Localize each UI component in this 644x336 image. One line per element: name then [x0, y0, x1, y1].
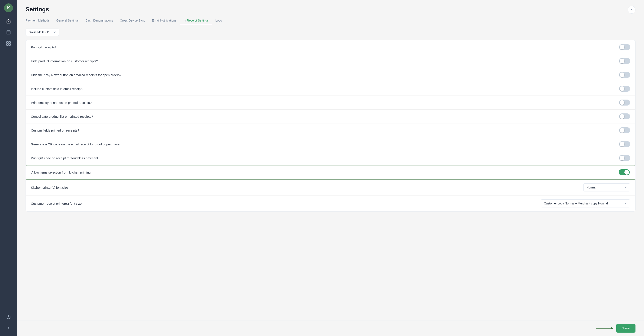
toggle-track-hide-product[interactable] — [619, 58, 630, 64]
tab-email-notifications[interactable]: Email Notifications — [148, 17, 180, 24]
setting-label-qr-receipt: Print QR code on receipt for touchless p… — [31, 156, 98, 160]
tab-cash-denominations[interactable]: Cash Denominations — [82, 17, 116, 24]
setting-row-employee-names: Print employee names on printed receipts… — [26, 96, 635, 110]
setting-label-employee-names: Print employee names on printed receipts… — [31, 101, 92, 105]
toggle-thumb-qr-email — [620, 142, 624, 146]
setting-row-kitchen-items: Allow items selection from kitchen print… — [26, 165, 635, 180]
sidebar-item-power[interactable] — [4, 312, 13, 321]
toggle-thumb-qr-receipt — [620, 156, 624, 160]
tabs-nav: Payment Methods General Settings Cash De… — [26, 17, 636, 24]
user-avatar[interactable]: K — [4, 4, 13, 12]
svg-rect-3 — [6, 44, 8, 46]
star-icon: ☆ — [183, 19, 186, 22]
svg-rect-4 — [9, 44, 10, 46]
setting-row-qr-email: Generate a QR code on the email receipt … — [26, 137, 635, 151]
setting-row-kitchen-font: Kitchen printer(s) font size Small Norma… — [26, 180, 635, 195]
setting-row-receipt-font: Customer receipt printer(s) font size Cu… — [26, 195, 635, 211]
toggle-employee-names[interactable] — [619, 100, 630, 106]
header: Settings Payment Methods General Setting… — [17, 0, 644, 24]
toggle-thumb-employee-names — [620, 100, 624, 105]
toggle-track-custom-fields-printed[interactable] — [619, 127, 630, 133]
receipt-font-select[interactable]: Customer copy Normal + Merchant copy Nor… — [541, 199, 630, 207]
toggle-track-qr-email[interactable] — [619, 141, 630, 147]
setting-label-custom-fields-printed: Custom fields printed on receipts? — [31, 129, 79, 132]
tab-cross-device-sync[interactable]: Cross Device Sync — [116, 17, 148, 24]
setting-label-consolidate: Consolidate product list on printed rece… — [31, 115, 93, 118]
setting-label-hide-paynow: Hide the "Pay Now" button on emailed rec… — [31, 73, 122, 77]
setting-row-consolidate: Consolidate product list on printed rece… — [26, 110, 635, 123]
tab-payment-methods[interactable]: Payment Methods — [26, 17, 53, 24]
setting-label-receipt-font: Customer receipt printer(s) font size — [31, 202, 82, 205]
store-dropdown[interactable]: Swiss Melts - D... — [26, 29, 59, 36]
setting-label-custom-field-email: Include custom field in email receipt? — [31, 87, 83, 91]
toggle-thumb-hide-paynow — [620, 73, 624, 77]
main-content: Settings Payment Methods General Setting… — [17, 0, 644, 336]
sidebar-item-products[interactable] — [4, 39, 13, 48]
toggle-qr-email[interactable] — [619, 141, 630, 147]
setting-row-hide-paynow: Hide the "Pay Now" button on emailed rec… — [26, 68, 635, 82]
kitchen-font-select[interactable]: Small Normal Large — [583, 183, 630, 191]
setting-label-kitchen-items: Allow items selection from kitchen print… — [31, 171, 90, 174]
setting-label-print-gift: Print gift receipts? — [31, 46, 56, 49]
toggle-track-kitchen-items[interactable] — [619, 169, 630, 175]
setting-row-qr-receipt: Print QR code on receipt for touchless p… — [26, 151, 635, 165]
arrow-indicator — [596, 328, 613, 328]
toggle-hide-paynow[interactable] — [619, 72, 630, 78]
toggle-consolidate[interactable] — [619, 113, 630, 119]
toggle-qr-receipt[interactable] — [619, 155, 630, 161]
tab-logo[interactable]: Logo — [212, 17, 225, 24]
toggle-print-gift[interactable] — [619, 44, 630, 50]
toggle-track-hide-paynow[interactable] — [619, 72, 630, 78]
store-dropdown-label: Swiss Melts - D... — [29, 31, 52, 34]
arrow-line — [596, 328, 613, 328]
collapse-button[interactable] — [628, 6, 636, 14]
toggle-custom-fields-printed[interactable] — [619, 127, 630, 133]
setting-row-custom-fields-printed: Custom fields printed on receipts? — [26, 123, 635, 137]
page-title: Settings — [26, 6, 636, 13]
toggle-kitchen-items[interactable] — [619, 169, 630, 175]
settings-card: Print gift receipts? Hide product inform… — [26, 40, 636, 211]
setting-label-kitchen-font: Kitchen printer(s) font size — [31, 186, 68, 189]
tab-receipt-settings[interactable]: ☆Receipt Settings — [180, 17, 212, 24]
setting-row-print-gift: Print gift receipts? — [26, 40, 635, 54]
toggle-track-consolidate[interactable] — [619, 113, 630, 119]
content-area: Swiss Melts - D... Print gift receipts? … — [17, 24, 644, 320]
svg-rect-1 — [6, 42, 8, 43]
toggle-thumb-kitchen-items — [624, 170, 629, 175]
toggle-thumb-hide-product — [620, 59, 624, 63]
toggle-hide-product[interactable] — [619, 58, 630, 64]
sidebar-expand-button[interactable] — [4, 323, 13, 332]
toggle-thumb-custom-fields-printed — [620, 128, 624, 133]
sidebar-item-promotions[interactable] — [4, 28, 13, 37]
svg-rect-0 — [7, 31, 10, 34]
toggle-track-custom-field-email[interactable] — [619, 86, 630, 92]
toggle-track-qr-receipt[interactable] — [619, 155, 630, 161]
toggle-thumb-custom-field-email — [620, 86, 624, 91]
setting-row-hide-product: Hide product information on customer rec… — [26, 54, 635, 68]
setting-label-hide-product: Hide product information on customer rec… — [31, 59, 98, 63]
tab-general-settings[interactable]: General Settings — [53, 17, 82, 24]
setting-row-custom-field-email: Include custom field in email receipt? — [26, 82, 635, 96]
setting-label-qr-email: Generate a QR code on the email receipt … — [31, 142, 120, 146]
toggle-track-print-gift[interactable] — [619, 44, 630, 50]
toggle-thumb-print-gift — [620, 45, 624, 50]
toggle-thumb-consolidate — [620, 114, 624, 119]
svg-rect-2 — [9, 42, 10, 43]
toggle-track-employee-names[interactable] — [619, 100, 630, 106]
toggle-custom-field-email[interactable] — [619, 86, 630, 92]
sidebar-item-home[interactable] — [4, 17, 13, 26]
save-button[interactable]: Save — [616, 324, 636, 332]
sidebar: K — [0, 0, 17, 336]
footer: Save — [17, 320, 644, 336]
